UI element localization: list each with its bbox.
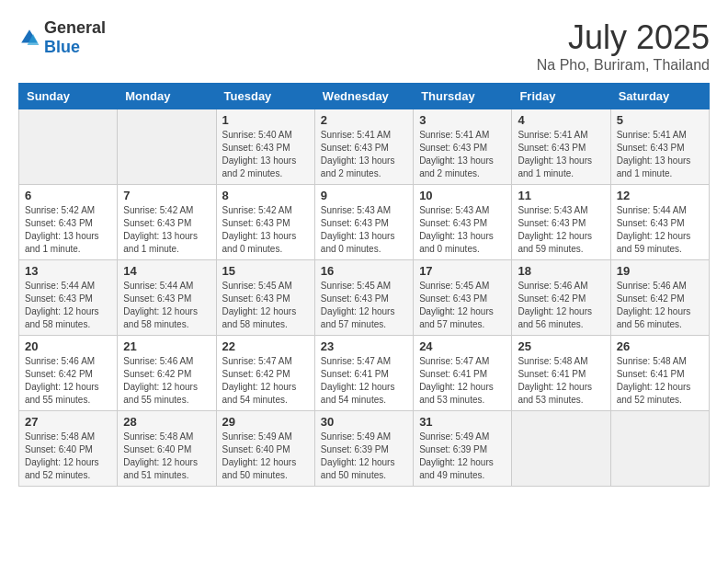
day-info: Sunrise: 5:48 AM Sunset: 6:40 PM Dayligh… — [25, 431, 111, 482]
table-row: 19Sunrise: 5:46 AM Sunset: 6:42 PM Dayli… — [610, 260, 709, 336]
calendar-week-row: 20Sunrise: 5:46 AM Sunset: 6:42 PM Dayli… — [19, 336, 710, 411]
day-number: 1 — [222, 113, 309, 127]
table-row: 5Sunrise: 5:41 AM Sunset: 6:43 PM Daylig… — [610, 109, 709, 185]
location-title: Na Pho, Buriram, Thailand — [537, 57, 710, 74]
table-row: 8Sunrise: 5:42 AM Sunset: 6:43 PM Daylig… — [216, 185, 314, 260]
day-info: Sunrise: 5:46 AM Sunset: 6:42 PM Dayligh… — [617, 280, 703, 331]
day-info: Sunrise: 5:44 AM Sunset: 6:43 PM Dayligh… — [123, 280, 210, 331]
calendar-week-row: 27Sunrise: 5:48 AM Sunset: 6:40 PM Dayli… — [19, 411, 710, 487]
day-info: Sunrise: 5:43 AM Sunset: 6:43 PM Dayligh… — [321, 204, 407, 256]
table-row: 16Sunrise: 5:45 AM Sunset: 6:43 PM Dayli… — [314, 260, 413, 336]
table-row: 25Sunrise: 5:48 AM Sunset: 6:41 PM Dayli… — [512, 336, 610, 411]
table-row — [610, 411, 709, 487]
day-number: 26 — [617, 339, 703, 353]
day-info: Sunrise: 5:42 AM Sunset: 6:43 PM Dayligh… — [123, 204, 210, 256]
day-number: 16 — [321, 264, 407, 278]
day-info: Sunrise: 5:45 AM Sunset: 6:43 PM Dayligh… — [222, 280, 309, 331]
day-info: Sunrise: 5:44 AM Sunset: 6:43 PM Dayligh… — [25, 280, 111, 331]
calendar-header-sunday: Sunday — [19, 84, 118, 109]
table-row: 2Sunrise: 5:41 AM Sunset: 6:43 PM Daylig… — [314, 109, 413, 185]
day-info: Sunrise: 5:44 AM Sunset: 6:43 PM Dayligh… — [617, 204, 703, 256]
logo-blue-text: Blue — [44, 38, 80, 56]
day-number: 29 — [222, 415, 309, 429]
day-number: 18 — [518, 264, 604, 278]
calendar-header-monday: Monday — [118, 84, 216, 109]
day-info: Sunrise: 5:40 AM Sunset: 6:43 PM Dayligh… — [222, 129, 309, 180]
calendar-header-saturday: Saturday — [610, 84, 709, 109]
day-info: Sunrise: 5:49 AM Sunset: 6:40 PM Dayligh… — [222, 431, 309, 482]
page-header: General Blue July 2025 Na Pho, Buriram, … — [18, 18, 710, 74]
day-info: Sunrise: 5:46 AM Sunset: 6:42 PM Dayligh… — [123, 355, 210, 407]
day-info: Sunrise: 5:47 AM Sunset: 6:41 PM Dayligh… — [419, 355, 506, 407]
table-row — [512, 411, 610, 487]
day-number: 2 — [321, 113, 407, 127]
table-row — [118, 109, 216, 185]
calendar-week-row: 13Sunrise: 5:44 AM Sunset: 6:43 PM Dayli… — [19, 260, 710, 336]
day-info: Sunrise: 5:47 AM Sunset: 6:42 PM Dayligh… — [222, 355, 309, 407]
logo-icon — [18, 27, 40, 49]
day-info: Sunrise: 5:46 AM Sunset: 6:42 PM Dayligh… — [25, 355, 111, 407]
day-number: 5 — [617, 113, 703, 127]
table-row: 4Sunrise: 5:41 AM Sunset: 6:43 PM Daylig… — [512, 109, 610, 185]
day-info: Sunrise: 5:42 AM Sunset: 6:43 PM Dayligh… — [25, 204, 111, 256]
title-block: July 2025 Na Pho, Buriram, Thailand — [537, 18, 710, 74]
table-row: 14Sunrise: 5:44 AM Sunset: 6:43 PM Dayli… — [118, 260, 216, 336]
day-info: Sunrise: 5:42 AM Sunset: 6:43 PM Dayligh… — [222, 204, 309, 256]
day-number: 27 — [25, 415, 111, 429]
day-number: 22 — [222, 339, 309, 353]
table-row: 7Sunrise: 5:42 AM Sunset: 6:43 PM Daylig… — [118, 185, 216, 260]
table-row: 23Sunrise: 5:47 AM Sunset: 6:41 PM Dayli… — [314, 336, 413, 411]
day-number: 4 — [518, 113, 604, 127]
table-row: 3Sunrise: 5:41 AM Sunset: 6:43 PM Daylig… — [414, 109, 512, 185]
calendar-header-friday: Friday — [512, 84, 610, 109]
day-info: Sunrise: 5:41 AM Sunset: 6:43 PM Dayligh… — [419, 129, 506, 180]
day-number: 21 — [123, 339, 210, 353]
day-number: 13 — [25, 264, 111, 278]
month-title: July 2025 — [537, 18, 710, 57]
day-number: 6 — [25, 189, 111, 202]
day-number: 30 — [321, 415, 407, 429]
day-number: 15 — [222, 264, 309, 278]
day-info: Sunrise: 5:49 AM Sunset: 6:39 PM Dayligh… — [419, 431, 506, 482]
table-row: 15Sunrise: 5:45 AM Sunset: 6:43 PM Dayli… — [216, 260, 314, 336]
day-number: 17 — [419, 264, 506, 278]
day-number: 3 — [419, 113, 506, 127]
day-number: 28 — [123, 415, 210, 429]
table-row: 29Sunrise: 5:49 AM Sunset: 6:40 PM Dayli… — [216, 411, 314, 487]
table-row: 1Sunrise: 5:40 AM Sunset: 6:43 PM Daylig… — [216, 109, 314, 185]
day-info: Sunrise: 5:41 AM Sunset: 6:43 PM Dayligh… — [321, 129, 407, 180]
table-row — [19, 109, 118, 185]
table-row: 21Sunrise: 5:46 AM Sunset: 6:42 PM Dayli… — [118, 336, 216, 411]
calendar-header-tuesday: Tuesday — [216, 84, 314, 109]
day-number: 31 — [419, 415, 506, 429]
day-number: 23 — [321, 339, 407, 353]
day-info: Sunrise: 5:43 AM Sunset: 6:43 PM Dayligh… — [419, 204, 506, 256]
day-info: Sunrise: 5:41 AM Sunset: 6:43 PM Dayligh… — [617, 129, 703, 180]
table-row: 22Sunrise: 5:47 AM Sunset: 6:42 PM Dayli… — [216, 336, 314, 411]
calendar-week-row: 1Sunrise: 5:40 AM Sunset: 6:43 PM Daylig… — [19, 109, 710, 185]
day-info: Sunrise: 5:46 AM Sunset: 6:42 PM Dayligh… — [518, 280, 604, 331]
calendar-week-row: 6Sunrise: 5:42 AM Sunset: 6:43 PM Daylig… — [19, 185, 710, 260]
day-info: Sunrise: 5:43 AM Sunset: 6:43 PM Dayligh… — [518, 204, 604, 256]
day-info: Sunrise: 5:48 AM Sunset: 6:40 PM Dayligh… — [123, 431, 210, 482]
day-info: Sunrise: 5:48 AM Sunset: 6:41 PM Dayligh… — [617, 355, 703, 407]
day-number: 20 — [25, 339, 111, 353]
day-number: 11 — [518, 189, 604, 202]
day-number: 8 — [222, 189, 309, 202]
table-row: 26Sunrise: 5:48 AM Sunset: 6:41 PM Dayli… — [610, 336, 709, 411]
table-row: 12Sunrise: 5:44 AM Sunset: 6:43 PM Dayli… — [610, 185, 709, 260]
day-number: 19 — [617, 264, 703, 278]
day-info: Sunrise: 5:48 AM Sunset: 6:41 PM Dayligh… — [518, 355, 604, 407]
day-info: Sunrise: 5:45 AM Sunset: 6:43 PM Dayligh… — [419, 280, 506, 331]
day-number: 14 — [123, 264, 210, 278]
day-number: 9 — [321, 189, 407, 202]
day-number: 10 — [419, 189, 506, 202]
day-number: 12 — [617, 189, 703, 202]
day-number: 25 — [518, 339, 604, 353]
table-row: 24Sunrise: 5:47 AM Sunset: 6:41 PM Dayli… — [414, 336, 512, 411]
table-row: 17Sunrise: 5:45 AM Sunset: 6:43 PM Dayli… — [414, 260, 512, 336]
table-row: 11Sunrise: 5:43 AM Sunset: 6:43 PM Dayli… — [512, 185, 610, 260]
day-number: 24 — [419, 339, 506, 353]
logo: General Blue — [18, 18, 106, 57]
logo-general-text: General — [44, 18, 106, 37]
